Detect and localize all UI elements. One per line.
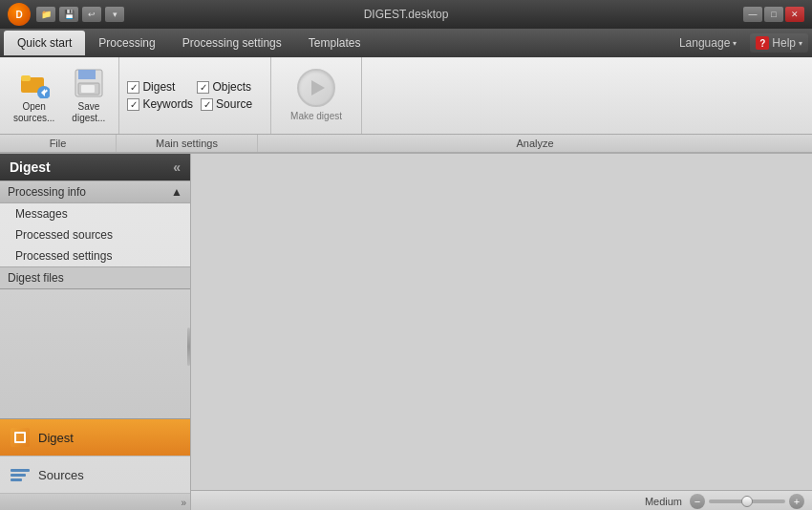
objects-checkbox-label: Objects <box>212 80 251 94</box>
sources-nav-icon <box>10 464 31 485</box>
minimize-button[interactable]: — <box>743 7 762 22</box>
digest-nav-label: Digest <box>38 431 74 445</box>
menu-tabs: Quick start Processing Processing settin… <box>4 31 374 55</box>
objects-checkbox[interactable]: ✓ <box>197 81 209 94</box>
toolbar: Opensources... Savedigest... ✓ Digest <box>0 57 812 135</box>
window-controls: — □ ✕ <box>743 7 804 22</box>
zoom-track <box>709 499 785 503</box>
objects-checkbox-item[interactable]: ✓ Objects <box>197 80 259 94</box>
tab-quick-start[interactable]: Quick start <box>4 31 85 55</box>
tab-templates[interactable]: Templates <box>295 31 374 55</box>
keywords-checkbox-item[interactable]: ✓ Keywords <box>127 97 193 111</box>
status-bar: Medium − + <box>191 490 812 510</box>
digest-checkbox[interactable]: ✓ <box>127 81 139 94</box>
app-title: DIGEST.desktop <box>364 8 449 21</box>
play-icon <box>297 69 335 107</box>
keywords-checkbox-label: Keywords <box>142 97 193 111</box>
processing-info-label: Processing info <box>8 185 86 199</box>
sidebar: Digest « Processing info ▲ Messages Proc… <box>0 154 191 510</box>
zoom-slider[interactable]: − + <box>690 494 804 509</box>
processing-info-header[interactable]: Processing info ▲ <box>0 181 190 203</box>
title-bar-left: D 📁 💾 ↩ ▾ <box>8 3 124 26</box>
menu-bar: Quick start Processing Processing settin… <box>0 29 812 57</box>
open-sources-label: Opensources... <box>13 101 54 124</box>
digest-files-label: Digest files <box>8 271 64 285</box>
digest-files-area <box>0 289 190 418</box>
titlebar-folder-icon[interactable]: 📁 <box>36 7 55 22</box>
source-checkbox-label: Source <box>216 97 252 111</box>
sidebar-header: Digest « <box>0 154 190 181</box>
digest-checkbox-item[interactable]: ✓ Digest <box>127 80 189 94</box>
sidebar-nav: Digest Sources » <box>0 418 190 510</box>
sidebar-title: Digest <box>10 159 51 175</box>
language-label: Language <box>679 36 730 50</box>
title-bar: D 📁 💾 ↩ ▾ DIGEST.desktop — □ ✕ <box>0 0 812 29</box>
zoom-out-button[interactable]: − <box>690 494 705 509</box>
sidebar-item-messages[interactable]: Messages <box>0 203 190 224</box>
zoom-level-label: Medium <box>645 496 682 507</box>
processing-info-items: Messages Processed sources Processed set… <box>0 203 190 266</box>
sources-nav-label: Sources <box>38 468 84 482</box>
help-label: Help <box>772 36 796 50</box>
source-checkbox-item[interactable]: ✓ Source <box>201 97 263 111</box>
title-bar-icons: 📁 💾 ↩ ▾ <box>36 7 124 22</box>
help-dropdown-icon: ▾ <box>799 39 802 48</box>
menu-right: Language ▾ ? Help ▾ <box>673 33 808 53</box>
titlebar-dropdown-icon[interactable]: ▾ <box>105 7 124 22</box>
main-area: Digest « Processing info ▲ Messages Proc… <box>0 154 812 510</box>
checkboxes-row-1: ✓ Digest ✓ Objects <box>127 80 263 94</box>
save-digest-button[interactable]: Savedigest... <box>66 64 111 128</box>
main-settings-checkboxes: ✓ Digest ✓ Objects ✓ Keywords ✓ Source <box>127 76 263 115</box>
toolbar-labels: File Main settings Analyze <box>0 135 812 154</box>
digest-checkbox-label: Digest <box>142 80 175 94</box>
svg-rect-1 <box>21 75 31 81</box>
sidebar-resize-handle[interactable] <box>185 182 190 510</box>
titlebar-undo-icon[interactable]: ↩ <box>82 7 101 22</box>
main-content: Medium − + <box>191 154 812 510</box>
open-sources-button[interactable]: Opensources... <box>8 64 60 128</box>
zoom-thumb[interactable] <box>741 496 753 507</box>
maximize-button[interactable]: □ <box>764 7 783 22</box>
main-settings-section-label: Main settings <box>117 135 258 152</box>
analyze-section-label: Analyze <box>258 135 812 152</box>
save-digest-label: Savedigest... <box>72 101 105 124</box>
checkboxes-row-2: ✓ Keywords ✓ Source <box>127 97 263 111</box>
digest-files-section: Digest files <box>0 266 190 289</box>
folder-open-icon <box>19 68 50 98</box>
help-button[interactable]: ? Help ▾ <box>750 33 808 53</box>
make-digest-button[interactable]: Make digest <box>279 61 353 130</box>
zoom-in-button[interactable]: + <box>789 494 804 509</box>
help-icon: ? <box>756 36 769 50</box>
close-button[interactable]: ✕ <box>785 7 804 22</box>
digest-nav-icon <box>10 427 31 448</box>
toolbar-analyze-section: Make digest <box>271 57 362 134</box>
tab-processing[interactable]: Processing <box>85 31 168 55</box>
toolbar-main-settings-section: ✓ Digest ✓ Objects ✓ Keywords ✓ Source <box>119 57 271 134</box>
make-digest-label: Make digest <box>290 111 342 122</box>
sidebar-nav-digest[interactable]: Digest <box>0 419 190 457</box>
keywords-checkbox[interactable]: ✓ <box>127 98 139 111</box>
tab-processing-settings[interactable]: Processing settings <box>169 31 295 55</box>
language-button[interactable]: Language ▾ <box>673 33 742 53</box>
processing-info-collapse-icon: ▲ <box>171 185 182 199</box>
sidebar-expand-bar[interactable]: » <box>0 494 190 510</box>
source-checkbox[interactable]: ✓ <box>201 98 213 111</box>
sidebar-item-processed-sources[interactable]: Processed sources <box>0 224 190 245</box>
sidebar-item-processed-settings[interactable]: Processed settings <box>0 245 190 266</box>
language-dropdown-icon: ▾ <box>733 39 737 48</box>
svg-rect-6 <box>78 70 96 79</box>
save-icon <box>74 68 104 98</box>
app-icon: D <box>8 3 31 26</box>
file-section-label: File <box>0 135 117 152</box>
sidebar-nav-sources[interactable]: Sources <box>0 457 190 494</box>
svg-rect-8 <box>81 85 95 93</box>
sidebar-collapse-button[interactable]: « <box>173 159 181 175</box>
play-triangle <box>311 80 325 96</box>
toolbar-file-section: Opensources... Savedigest... <box>0 57 119 134</box>
titlebar-save-icon[interactable]: 💾 <box>59 7 78 22</box>
